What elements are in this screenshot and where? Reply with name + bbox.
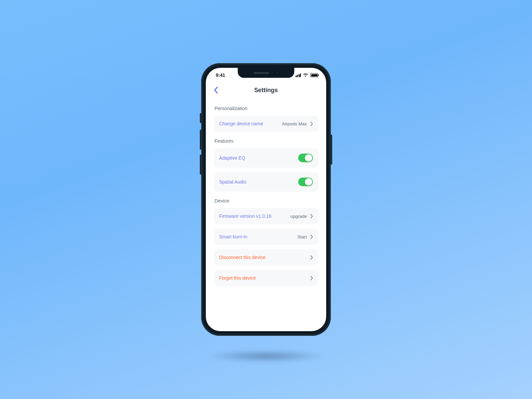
row-value: Start xyxy=(297,234,307,239)
row-adaptive-eq: Adaptive EQ xyxy=(214,148,318,168)
chevron-right-icon xyxy=(310,122,313,126)
adaptive-eq-toggle[interactable] xyxy=(298,154,313,162)
page-title: Settings xyxy=(206,87,326,94)
section-title-features: Features xyxy=(214,138,318,144)
chevron-right-icon xyxy=(310,276,313,280)
row-label: Smart burn-in xyxy=(219,234,247,239)
section-title-device: Device xyxy=(214,198,318,203)
chevron-right-icon xyxy=(310,235,313,239)
row-label: Forget this device xyxy=(219,275,256,281)
screen: 9:41 Settings Personalization Change dev… xyxy=(206,68,326,331)
row-forget-device[interactable]: Forget this device xyxy=(214,270,318,286)
row-disconnect-device[interactable]: Disconnect this device xyxy=(214,249,318,265)
phone-frame: 9:41 Settings Personalization Change dev… xyxy=(201,63,331,336)
notch xyxy=(238,68,294,78)
row-label: Spatial Audio xyxy=(219,179,246,185)
battery-icon xyxy=(310,73,318,77)
row-label: Adaptive EQ xyxy=(219,155,245,161)
chevron-right-icon xyxy=(310,255,313,260)
spatial-audio-toggle[interactable] xyxy=(298,178,313,186)
cellular-signal-icon xyxy=(296,73,301,77)
status-time: 9:41 xyxy=(216,72,225,78)
row-firmware[interactable]: Firmware version v1.0.16 upgrade xyxy=(214,208,318,224)
nav-bar: Settings xyxy=(206,82,326,96)
row-smart-burn-in[interactable]: Smart burn-in Start xyxy=(214,229,318,245)
row-value: upgrade xyxy=(290,214,307,219)
row-label: Firmware version v1.0.16 xyxy=(219,213,271,219)
row-label: Change device name xyxy=(219,121,263,126)
wifi-icon xyxy=(303,73,308,77)
row-value: Airpods Max xyxy=(282,121,307,126)
row-change-device-name[interactable]: Change device name Airpods Max xyxy=(214,116,318,132)
row-label: Disconnect this device xyxy=(219,255,265,260)
row-spatial-audio: Spatial Audio xyxy=(214,172,318,192)
chevron-right-icon xyxy=(310,214,313,218)
section-title-personalization: Personalization xyxy=(214,106,318,111)
